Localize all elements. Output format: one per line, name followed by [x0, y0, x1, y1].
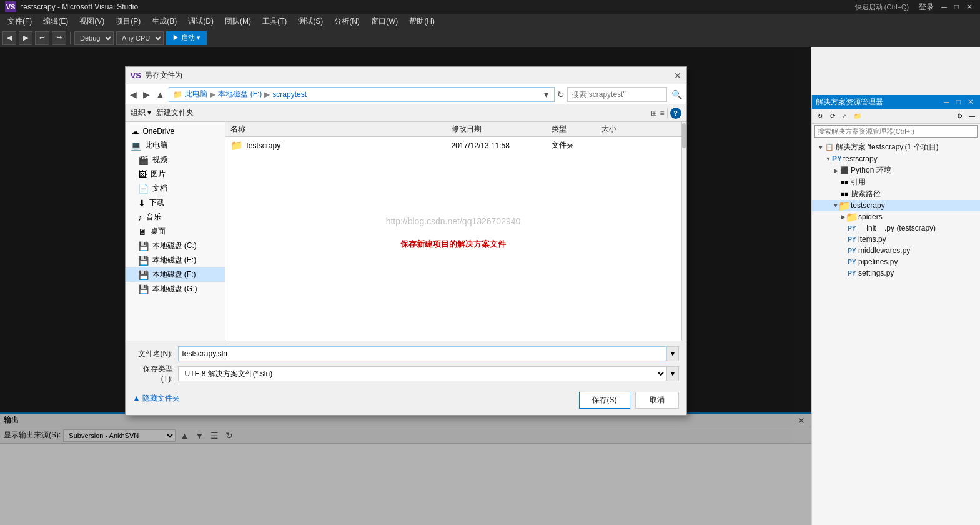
fd-sidebar-drive-f[interactable]: 💾 本地磁盘 (F:)	[126, 268, 225, 282]
fd-refresh-button[interactable]: ↻	[557, 89, 565, 99]
undo-button[interactable]: ↩	[35, 31, 49, 45]
fd-sidebar-downloads[interactable]: ⬇ 下载	[126, 196, 225, 210]
menu-build[interactable]: 生成(B)	[147, 15, 182, 28]
se-search-path-node[interactable]: ■■ 搜索路径	[812, 188, 980, 200]
menu-project[interactable]: 项目(P)	[111, 15, 146, 28]
fd-row-filename-testscrapy: testscrapy	[247, 141, 281, 150]
fd-sidebar-desktop[interactable]: 🖥 桌面	[126, 224, 225, 239]
menu-tools[interactable]: 工具(T)	[257, 15, 292, 28]
se-project-node[interactable]: ▼ PY testscrapy	[812, 153, 980, 164]
menu-view[interactable]: 视图(V)	[74, 15, 109, 28]
platform-select[interactable]: Any CPU	[116, 31, 164, 45]
se-init-py-node[interactable]: PY __init__.py (testscrapy)	[812, 222, 980, 234]
menu-edit[interactable]: 编辑(E)	[38, 15, 73, 28]
se-float-button[interactable]: □	[954, 98, 963, 106]
fd-sidebar-downloads-label: 下载	[149, 198, 164, 208]
menu-debug[interactable]: 调试(D)	[183, 15, 219, 28]
fd-view-details-button[interactable]: ≡	[660, 109, 664, 118]
fd-vs-icon: VS	[131, 71, 141, 80]
se-refresh-button[interactable]: ⟳	[827, 111, 838, 122]
run-button[interactable]: ▶ 启动 ▾	[166, 31, 207, 45]
fd-col-name[interactable]: 名称	[230, 124, 452, 134]
fd-close-button[interactable]: ✕	[674, 71, 681, 81]
close-button[interactable]: ✕	[964, 2, 975, 11]
fd-filename-input[interactable]	[178, 346, 666, 361]
maximize-button[interactable]: □	[952, 2, 961, 11]
fd-back-button[interactable]: ◀	[128, 89, 139, 99]
fd-col-type[interactable]: 类型	[552, 124, 601, 134]
fd-path-folder[interactable]: scrapytest	[272, 90, 307, 99]
fd-sidebar-computer-label: 此电脑	[145, 140, 167, 151]
fd-path-box[interactable]: 📁 此电脑 ▶ 本地磁盘 (F:) ▶ scrapytest ▾	[169, 87, 554, 102]
fd-path-computer[interactable]: 此电脑	[185, 89, 207, 99]
video-icon: 🎬	[138, 155, 149, 165]
fd-scroll-thumb[interactable]	[682, 123, 686, 148]
config-select[interactable]: Debug	[74, 31, 114, 45]
fd-save-button[interactable]: 保存(S)	[579, 392, 630, 409]
fd-up-button[interactable]: ▲	[154, 89, 167, 99]
fd-sidebar-drive-e[interactable]: 💾 本地磁盘 (E:)	[126, 253, 225, 268]
fd-sidebar-onedrive[interactable]: ☁ OneDrive	[126, 124, 225, 138]
se-python-env-node[interactable]: ▶ ⬛ Python 环境	[812, 164, 980, 176]
fd-path-sep2: ▶	[264, 90, 270, 99]
menu-help[interactable]: 帮助(H)	[404, 15, 440, 28]
se-pipelines-py-node[interactable]: PY pipelines.py	[812, 256, 980, 268]
se-more-button[interactable]: —	[966, 111, 978, 122]
se-folder-button[interactable]: 📁	[852, 111, 863, 122]
fd-new-folder-button[interactable]: 新建文件夹	[156, 108, 194, 118]
fd-sidebar-documents-label: 文档	[152, 183, 167, 194]
se-middlewares-py-node[interactable]: PY middlewares.py	[812, 245, 980, 256]
se-close-button[interactable]: ✕	[965, 98, 976, 106]
fd-search-input[interactable]	[567, 87, 667, 102]
vs-icon: VS	[5, 1, 16, 12]
fd-filename-dropdown[interactable]: ▾	[666, 346, 679, 361]
fd-forward-button[interactable]: ▶	[141, 89, 152, 99]
fd-cancel-button[interactable]: 取消	[635, 392, 679, 409]
fd-hide-folders-link[interactable]: ▲ 隐藏文件夹	[133, 393, 180, 404]
fd-file-row-testscrapy[interactable]: 📁 testscrapy 2017/12/13 11:58 文件夹	[225, 137, 681, 154]
se-home-button[interactable]: ⌂	[839, 111, 851, 122]
fd-path-dropdown-btn[interactable]: ▾	[542, 89, 550, 99]
fd-filetype-dropdown[interactable]: ▾	[666, 366, 679, 381]
se-testscrapy-folder-node[interactable]: ▼ 📁 testscrapy	[812, 200, 980, 211]
fd-col-date[interactable]: 修改日期	[452, 124, 552, 134]
fd-scrollbar[interactable]	[681, 122, 686, 341]
se-settings-button[interactable]: ⚙	[954, 111, 965, 122]
menu-window[interactable]: 窗口(W)	[366, 15, 403, 28]
se-pin-button[interactable]: ─	[941, 98, 952, 106]
fd-view-list-button[interactable]: ⊞	[651, 109, 657, 118]
se-middlewares-py-label: middlewares.py	[858, 246, 910, 255]
minimize-button[interactable]: ─	[939, 2, 949, 11]
fd-search-button[interactable]: 🔍	[670, 89, 684, 99]
menu-file[interactable]: 文件(F)	[2, 15, 37, 28]
fd-sidebar-video[interactable]: 🎬 视频	[126, 152, 225, 167]
menu-team[interactable]: 团队(M)	[220, 15, 256, 28]
fd-path-drive[interactable]: 本地磁盘 (F:)	[218, 89, 262, 99]
signin-button[interactable]: 登录	[916, 2, 936, 12]
menu-test[interactable]: 测试(S)	[293, 15, 328, 28]
se-settings-py-node[interactable]: PY settings.py	[812, 268, 980, 279]
fd-action-buttons: 保存(S) 取消	[579, 388, 679, 409]
forward-button[interactable]: ▶	[19, 31, 32, 45]
se-solution-node[interactable]: ▼ 📋 解决方案 'testscrapy'(1 个项目)	[812, 141, 980, 153]
fd-sidebar-computer[interactable]: 💻 此电脑	[126, 138, 225, 152]
expand-init-icon	[839, 224, 847, 232]
fd-organize-button[interactable]: 组织 ▾	[131, 108, 151, 118]
fd-sidebar-pictures[interactable]: 🖼 图片	[126, 167, 225, 181]
fd-filetype-select[interactable]: UTF-8 解决方案文件(*.sln)	[178, 366, 666, 381]
fd-sidebar-drive-g[interactable]: 💾 本地磁盘 (G:)	[126, 282, 225, 296]
se-ref-node[interactable]: ■■ 引用	[812, 176, 980, 188]
se-search-input[interactable]	[814, 125, 978, 138]
redo-button[interactable]: ↪	[52, 31, 66, 45]
se-spiders-node[interactable]: ▶ 📁 spiders	[812, 211, 980, 222]
fd-sidebar-documents[interactable]: 📄 文档	[126, 181, 225, 196]
se-items-py-node[interactable]: PY items.py	[812, 234, 980, 245]
menu-analyze[interactable]: 分析(N)	[329, 15, 365, 28]
workspace: 解决方案资源管理器 ─ □ ✕ ↻ ⟳ ⌂ 📁 ⚙ — ▼ 📋 解决方案 'te…	[0, 48, 980, 525]
fd-help-button[interactable]: ?	[670, 108, 681, 119]
fd-sidebar-music[interactable]: ♪ 音乐	[126, 210, 225, 224]
se-sync-button[interactable]: ↻	[814, 111, 826, 122]
back-button[interactable]: ◀	[2, 31, 16, 45]
fd-col-size[interactable]: 大小	[601, 124, 651, 134]
fd-sidebar-drive-c[interactable]: 💾 本地磁盘 (C:)	[126, 239, 225, 253]
